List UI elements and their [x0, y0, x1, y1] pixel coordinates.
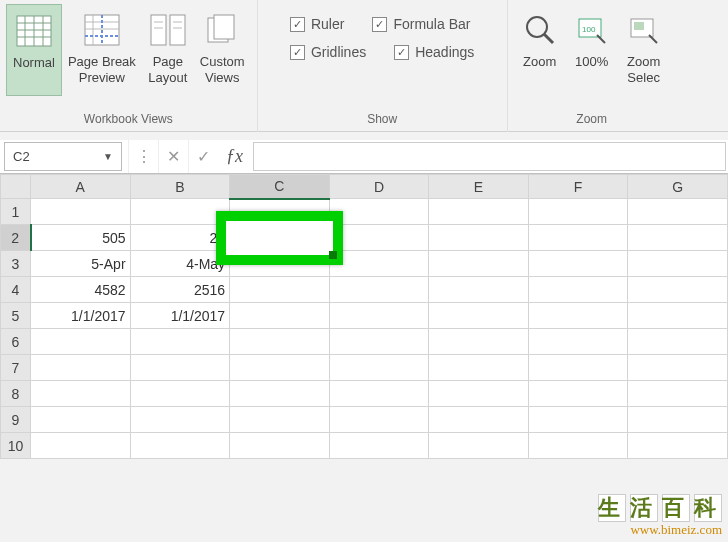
- cell[interactable]: [429, 329, 529, 355]
- cell[interactable]: [329, 303, 429, 329]
- cell[interactable]: [429, 433, 529, 459]
- col-header[interactable]: A: [31, 175, 131, 199]
- cell[interactable]: [628, 225, 728, 251]
- cell[interactable]: [528, 407, 628, 433]
- col-header[interactable]: D: [329, 175, 429, 199]
- row-header[interactable]: 2: [1, 225, 31, 251]
- cell[interactable]: [429, 251, 529, 277]
- cell[interactable]: [429, 303, 529, 329]
- cell[interactable]: [230, 329, 330, 355]
- cell[interactable]: [130, 329, 230, 355]
- zoom-to-selection-button[interactable]: Zoom Selec: [618, 4, 670, 96]
- cell[interactable]: [429, 225, 529, 251]
- cell[interactable]: [230, 277, 330, 303]
- cell[interactable]: [528, 355, 628, 381]
- formula-bar-checkbox[interactable]: ✓ Formula Bar: [372, 16, 470, 32]
- cell[interactable]: [329, 355, 429, 381]
- cell[interactable]: 5-Apr: [31, 251, 131, 277]
- cell[interactable]: [528, 381, 628, 407]
- col-header[interactable]: C: [230, 175, 330, 199]
- normal-view-button[interactable]: Normal: [6, 4, 62, 96]
- headings-checkbox[interactable]: ✓ Headings: [394, 44, 474, 60]
- cell[interactable]: [230, 355, 330, 381]
- custom-views-button[interactable]: Custom Views: [194, 4, 251, 96]
- cancel-formula-button[interactable]: ✕: [158, 140, 188, 173]
- page-layout-button[interactable]: Page Layout: [142, 4, 194, 96]
- cell[interactable]: [628, 407, 728, 433]
- cell[interactable]: [230, 407, 330, 433]
- formula-input[interactable]: [253, 142, 726, 171]
- cell[interactable]: [528, 199, 628, 225]
- col-header[interactable]: F: [528, 175, 628, 199]
- col-header[interactable]: E: [429, 175, 529, 199]
- cell[interactable]: [429, 277, 529, 303]
- row-header[interactable]: 5: [1, 303, 31, 329]
- cell[interactable]: [528, 225, 628, 251]
- cell[interactable]: [628, 277, 728, 303]
- cell[interactable]: [628, 199, 728, 225]
- cell[interactable]: [528, 303, 628, 329]
- cell[interactable]: [230, 199, 330, 225]
- ruler-checkbox[interactable]: ✓ Ruler: [290, 16, 344, 32]
- cell[interactable]: 23: [130, 225, 230, 251]
- cell[interactable]: [31, 329, 131, 355]
- zoom-100-button[interactable]: 100 100%: [566, 4, 618, 96]
- cell[interactable]: [329, 277, 429, 303]
- cell-selected[interactable]: [230, 225, 330, 251]
- name-box[interactable]: C2 ▼: [4, 142, 122, 171]
- cell[interactable]: 4-May: [130, 251, 230, 277]
- cell[interactable]: [628, 329, 728, 355]
- gridlines-checkbox[interactable]: ✓ Gridlines: [290, 44, 366, 60]
- cell[interactable]: [130, 199, 230, 225]
- select-all-corner[interactable]: [1, 175, 31, 199]
- cell[interactable]: [130, 407, 230, 433]
- cell[interactable]: [329, 433, 429, 459]
- cell[interactable]: [130, 381, 230, 407]
- cell[interactable]: [429, 199, 529, 225]
- cell[interactable]: [329, 251, 429, 277]
- cell[interactable]: [528, 251, 628, 277]
- col-header[interactable]: B: [130, 175, 230, 199]
- fx-icon[interactable]: ƒx: [218, 140, 251, 173]
- page-break-preview-button[interactable]: Page Break Preview: [62, 4, 142, 96]
- cell[interactable]: [329, 329, 429, 355]
- cell[interactable]: [230, 381, 330, 407]
- row-header[interactable]: 3: [1, 251, 31, 277]
- row-header[interactable]: 6: [1, 329, 31, 355]
- cell[interactable]: [31, 433, 131, 459]
- row-header[interactable]: 1: [1, 199, 31, 225]
- cell[interactable]: [628, 381, 728, 407]
- cell[interactable]: [230, 251, 330, 277]
- cell[interactable]: [528, 433, 628, 459]
- zoom-button[interactable]: Zoom: [514, 4, 566, 96]
- cell[interactable]: [628, 355, 728, 381]
- row-header[interactable]: 9: [1, 407, 31, 433]
- cell[interactable]: [329, 407, 429, 433]
- cell[interactable]: [628, 251, 728, 277]
- cell[interactable]: [528, 277, 628, 303]
- cell[interactable]: [329, 199, 429, 225]
- cell[interactable]: 1/1/2017: [130, 303, 230, 329]
- cell[interactable]: [429, 407, 529, 433]
- cell[interactable]: [230, 303, 330, 329]
- cell[interactable]: [628, 433, 728, 459]
- cell[interactable]: [130, 433, 230, 459]
- cell[interactable]: [31, 407, 131, 433]
- cell[interactable]: [528, 329, 628, 355]
- cell[interactable]: [329, 381, 429, 407]
- cell[interactable]: [31, 355, 131, 381]
- cell[interactable]: [31, 381, 131, 407]
- cell[interactable]: 505: [31, 225, 131, 251]
- row-header[interactable]: 7: [1, 355, 31, 381]
- cell[interactable]: [31, 199, 131, 225]
- cell[interactable]: [230, 433, 330, 459]
- cell[interactable]: 2516: [130, 277, 230, 303]
- cell[interactable]: 4582: [31, 277, 131, 303]
- cell[interactable]: [628, 303, 728, 329]
- cell[interactable]: [130, 355, 230, 381]
- cell[interactable]: [329, 225, 429, 251]
- col-header[interactable]: G: [628, 175, 728, 199]
- row-header[interactable]: 8: [1, 381, 31, 407]
- cell[interactable]: [429, 355, 529, 381]
- cell[interactable]: 1/1/2017: [31, 303, 131, 329]
